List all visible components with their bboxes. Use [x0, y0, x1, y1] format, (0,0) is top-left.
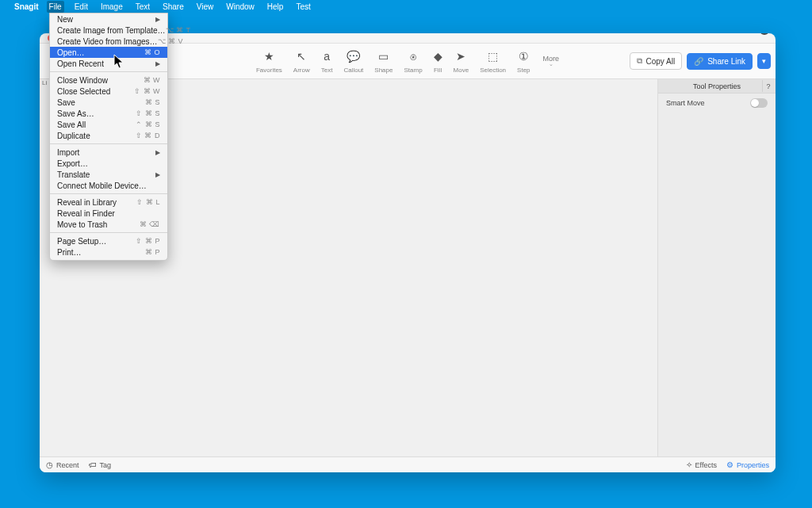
menu-item-shortcut: ⌘ W — [144, 76, 161, 84]
tool-properties-title: Tool Properties — [693, 82, 741, 90]
copy-icon: ⧉ — [637, 56, 642, 66]
tool-label: Callout — [343, 67, 363, 74]
menu-item-label: Close Selected — [57, 87, 110, 96]
tag-label: Tag — [100, 461, 112, 469]
menu-item-close-selected[interactable]: Close Selected⇧ ⌘ W — [50, 86, 167, 97]
menu-item-print[interactable]: Print…⌘ P — [50, 246, 167, 258]
menu-item-new[interactable]: New▶ — [50, 13, 167, 25]
menu-item-label: Connect Mobile Device… — [57, 181, 147, 190]
callout-icon: 💬 — [347, 49, 360, 63]
effects-tab[interactable]: ✧ Effects — [686, 460, 717, 469]
menubar-item-edit[interactable]: Edit — [72, 1, 90, 13]
favorites-icon: ★ — [264, 49, 274, 63]
tool-favorites[interactable]: ★Favorites — [256, 49, 282, 74]
menu-item-save-as[interactable]: Save As…⇧ ⌘ S — [50, 108, 167, 119]
app-name[interactable]: Snagit — [14, 2, 39, 11]
menubar-item-window[interactable]: Window — [224, 1, 257, 13]
shape-icon: ▭ — [378, 49, 389, 63]
more-tools-button[interactable]: More — [542, 55, 560, 67]
menu-item-label: Open Recent — [57, 59, 104, 68]
menu-item-label: Reveal in Finder — [57, 209, 115, 218]
tool-text[interactable]: aText — [321, 49, 333, 74]
menubar-item-share[interactable]: Share — [160, 1, 186, 13]
tool-properties-header: Tool Properties ? — [658, 79, 776, 94]
gear-icon: ⚙ — [726, 460, 733, 469]
mac-menubar: Snagit FileEditImageTextShareViewWindowH… — [0, 0, 812, 13]
tool-move[interactable]: ➤Move — [454, 49, 469, 74]
link-icon: 🔗 — [694, 57, 703, 66]
menu-separator — [50, 232, 167, 233]
tool-properties-panel: Tool Properties ? Smart Move — [658, 79, 776, 456]
tool-shape[interactable]: ▭Shape — [374, 49, 393, 74]
menu-item-shortcut: ⇧ ⌘ S — [136, 109, 160, 117]
tool-selection[interactable]: ⬚Selection — [480, 49, 506, 74]
menu-item-close-window[interactable]: Close Window⌘ W — [50, 74, 167, 86]
chevron-right-icon: ▶ — [155, 16, 160, 23]
menu-item-create-video-from-images[interactable]: Create Video from Images…⌥ ⌘ V — [50, 36, 167, 47]
menu-item-import[interactable]: Import▶ — [50, 147, 167, 158]
copy-all-label: Copy All — [646, 57, 676, 66]
menu-item-label: Create Image from Template… — [57, 26, 166, 35]
toolbar-tools: ★Favorites↖ArrowaText💬Callout▭Shape⍟Stam… — [256, 49, 559, 74]
menu-item-label: Close Window — [57, 76, 108, 85]
properties-tab[interactable]: ⚙ Properties — [726, 460, 769, 469]
menu-item-create-image-from-template[interactable]: Create Image from Template…⌥ ⌘ T — [50, 25, 167, 36]
selection-icon: ⬚ — [488, 49, 498, 63]
menu-item-save-all[interactable]: Save All⌃ ⌘ S — [50, 119, 167, 130]
menu-item-export[interactable]: Export… — [50, 158, 167, 169]
clock-icon: ◷ — [46, 460, 53, 469]
share-link-button[interactable]: 🔗 Share Link — [687, 53, 753, 70]
copy-all-button[interactable]: ⧉ Copy All — [630, 52, 683, 70]
menubar-item-image[interactable]: Image — [98, 1, 125, 13]
menu-item-move-to-trash[interactable]: Move to Trash⌘ ⌫ — [50, 219, 167, 230]
smart-move-toggle[interactable] — [750, 98, 768, 108]
tag-tab[interactable]: 🏷 Tag — [89, 460, 112, 469]
tool-label: Favorites — [256, 67, 282, 74]
menu-item-label: Open… — [57, 48, 84, 57]
share-link-menu-button[interactable]: ▾ — [757, 53, 771, 69]
menubar-item-file[interactable]: File — [47, 1, 64, 13]
menubar-item-help[interactable]: Help — [265, 1, 286, 13]
menu-item-label: Save All — [57, 120, 86, 129]
tool-step[interactable]: ①Step — [517, 49, 530, 74]
menu-item-translate[interactable]: Translate▶ — [50, 169, 167, 180]
menubar-item-text[interactable]: Text — [133, 1, 152, 13]
menu-item-label: Translate — [57, 170, 90, 179]
help-icon[interactable]: ? — [762, 80, 774, 92]
stamp-icon: ⍟ — [410, 49, 416, 63]
menu-item-label: Import — [57, 148, 79, 157]
tool-arrow[interactable]: ↖Arrow — [293, 49, 310, 74]
menu-item-label: Move to Trash — [57, 220, 107, 229]
tool-fill[interactable]: ◆Fill — [434, 49, 442, 74]
text-icon: a — [324, 49, 330, 63]
menu-item-reveal-in-finder[interactable]: Reveal in Finder — [50, 208, 167, 219]
menubar-item-test[interactable]: Test — [293, 1, 312, 13]
tool-callout[interactable]: 💬Callout — [343, 49, 363, 74]
menu-item-open-recent[interactable]: Open Recent▶ — [50, 58, 167, 69]
menu-item-label: Export… — [57, 159, 88, 168]
recent-tab[interactable]: ◷ Recent — [46, 460, 79, 469]
tool-stamp[interactable]: ⍟Stamp — [404, 49, 422, 74]
menu-separator — [50, 193, 167, 194]
chevron-right-icon: ▶ — [155, 149, 160, 156]
menu-item-open[interactable]: Open…⌘ O — [50, 47, 167, 58]
tool-label: Step — [517, 67, 530, 74]
menu-item-save[interactable]: Save⌘ S — [50, 97, 167, 108]
menubar-item-view[interactable]: View — [194, 1, 216, 13]
menu-item-page-setup[interactable]: Page Setup…⇧ ⌘ P — [50, 235, 167, 246]
menu-item-shortcut: ⌥ ⌘ V — [158, 37, 184, 45]
menu-item-duplicate[interactable]: Duplicate⇧ ⌘ D — [50, 130, 167, 141]
menu-item-connect-mobile-device[interactable]: Connect Mobile Device… — [50, 180, 167, 191]
menu-item-shortcut: ⇧ ⌘ W — [134, 87, 160, 95]
tag-icon: 🏷 — [89, 460, 97, 469]
menu-item-reveal-in-library[interactable]: Reveal in Library⇧ ⌘ L — [50, 197, 167, 208]
menu-item-label: Reveal in Library — [57, 198, 117, 207]
chevron-right-icon: ▶ — [155, 171, 160, 178]
magic-wand-icon: ✧ — [686, 460, 692, 469]
menu-item-shortcut: ⌘ O — [144, 48, 160, 56]
menu-item-label: Create Video from Images… — [57, 37, 158, 46]
toolbar-right: ⧉ Copy All 🔗 Share Link ▾ — [630, 52, 776, 70]
menu-item-shortcut: ⌘ ⌫ — [140, 220, 160, 228]
tool-label: Shape — [374, 67, 393, 74]
menu-item-label: Save — [57, 98, 75, 107]
